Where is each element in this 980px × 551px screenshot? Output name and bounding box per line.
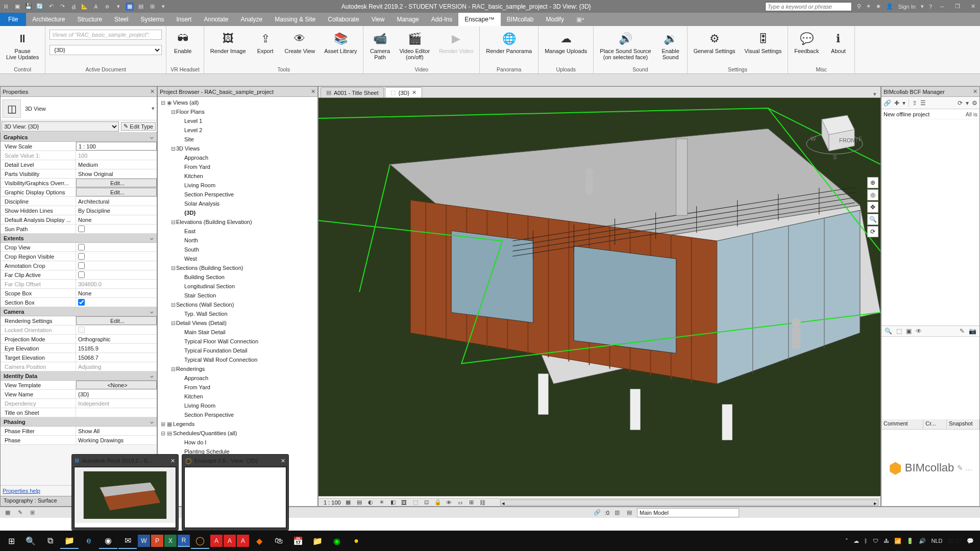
issues-list[interactable]	[881, 119, 979, 325]
dropdown2-icon[interactable]: ▾	[966, 99, 969, 107]
video-editor-button[interactable]: 🎬Video Editor (on/off)	[397, 30, 432, 61]
view-scale-value[interactable]: 1 : 100	[76, 142, 157, 151]
asset-library-button[interactable]: 📚Asset Library	[322, 30, 359, 55]
about-button[interactable]: ℹAbout	[826, 30, 850, 55]
crop-region-icon[interactable]: ⊡	[423, 499, 431, 506]
horizontal-scrollbar[interactable]: ◂▸	[500, 499, 878, 506]
design-options-icon[interactable]: ⊞	[28, 509, 37, 517]
volume-icon[interactable]: 🔊	[919, 538, 926, 544]
tray-chevron-icon[interactable]: ˄	[845, 538, 848, 544]
network-icon[interactable]: 🖧	[884, 538, 889, 544]
save-icon[interactable]: 💾	[24, 3, 33, 11]
undo-icon[interactable]: ↶	[47, 3, 55, 11]
tab-insert[interactable]: Insert	[170, 13, 198, 26]
notifications-icon[interactable]: 💬	[967, 538, 974, 544]
view-tab-3d[interactable]: ⬚{3D}✕	[385, 87, 422, 97]
tab-enscape[interactable]: Enscape™	[458, 13, 501, 26]
sync-icon[interactable]: 🔄	[36, 3, 44, 11]
tab-addins[interactable]: Add-Ins	[425, 13, 458, 26]
revit-taskbar-icon[interactable]: R	[178, 535, 190, 547]
section-graphics[interactable]: Graphics⌵	[1, 133, 157, 142]
edit-issue-icon[interactable]: ✎	[960, 328, 965, 335]
filter-icon[interactable]: ▥	[612, 509, 622, 517]
constraints-icon[interactable]: ⛓	[479, 499, 487, 506]
isolate-icon[interactable]: ▣	[906, 328, 912, 335]
battery-icon[interactable]: 🔋	[906, 538, 914, 544]
minimize-button[interactable]: ─	[937, 3, 947, 11]
visual-settings-button[interactable]: 🎛Visual Settings	[743, 30, 784, 55]
annocrop-check[interactable]	[78, 262, 85, 269]
rendering-edit-button[interactable]: Edit...	[76, 316, 157, 325]
tab-context-icon[interactable]: ▣•	[570, 13, 590, 26]
print-icon[interactable]: 🖨	[69, 3, 78, 11]
pause-live-button[interactable]: ⏸Pause Live Updates	[4, 30, 41, 61]
tab-options-icon[interactable]: ▾	[871, 91, 878, 97]
cropview-check[interactable]	[78, 244, 85, 251]
comments-list[interactable]	[881, 337, 979, 419]
tab-analyze[interactable]: Analyze	[235, 13, 269, 26]
sound-source-button[interactable]: 🔊Place Sound Source (on selected face)	[598, 30, 653, 61]
worksets-icon[interactable]: ▦	[3, 509, 12, 517]
wifi-icon[interactable]: 📶	[894, 538, 901, 544]
camera-icon[interactable]: 📷	[969, 328, 976, 335]
type-selector[interactable]: ◫ 3D View ▾	[1, 97, 157, 120]
edge-icon[interactable]: e	[80, 533, 98, 549]
tab-systems[interactable]: Systems	[134, 13, 170, 26]
tab-file[interactable]: File	[0, 13, 26, 26]
measure-icon[interactable]: 📐	[81, 3, 89, 11]
tab-steel[interactable]: Steel	[108, 13, 134, 26]
panorama-button[interactable]: 🌐Render Panorama	[484, 30, 534, 55]
app2-icon[interactable]: ◉	[328, 533, 346, 549]
lang-indicator[interactable]: NLD	[931, 538, 942, 544]
edit-type-button[interactable]: ✎Edit Type	[121, 122, 156, 131]
sunpath-check[interactable]	[78, 226, 85, 232]
close-icon[interactable]: ✕	[281, 458, 285, 464]
shadows-icon[interactable]: ◧	[389, 499, 397, 506]
instance-select[interactable]: 3D View: {3D}	[2, 121, 119, 132]
project-row[interactable]: New offline projectAll is	[881, 109, 979, 119]
onedrive-icon[interactable]: ☁	[853, 538, 859, 544]
tab-structure[interactable]: Structure	[71, 13, 108, 26]
excel-icon[interactable]: X	[164, 535, 177, 547]
enable-sound-button[interactable]: 🔉Enable Sound	[658, 30, 683, 61]
sunpath-icon[interactable]: ☀	[378, 499, 386, 506]
tag-icon[interactable]: ▾	[114, 3, 122, 11]
refresh-icon[interactable]: ⟳	[958, 99, 963, 107]
close-icon[interactable]: ✕	[150, 88, 155, 95]
editable-icon[interactable]: ✎	[15, 509, 24, 517]
word-icon[interactable]: W	[138, 535, 150, 547]
tab-manage[interactable]: Manage	[390, 13, 425, 26]
settings-icon[interactable]: ⚙	[972, 99, 977, 107]
doc-views-input[interactable]	[50, 30, 162, 40]
main-model-select[interactable]: Main Model	[637, 508, 739, 517]
render-dialog-icon[interactable]: 🖼	[400, 499, 408, 506]
lock-icon[interactable]: 🔒	[434, 499, 442, 506]
model-graphics-icon[interactable]: ▦	[344, 499, 352, 506]
search-input[interactable]	[765, 2, 852, 11]
uploads-button[interactable]: ☁Manage Uploads	[543, 30, 589, 55]
steering-icon[interactable]: ◎	[867, 189, 878, 201]
close-button[interactable]: ✕	[968, 3, 978, 11]
search-button[interactable]: 🔍	[21, 533, 40, 549]
text-icon[interactable]: A	[92, 3, 100, 11]
viewcube[interactable]: FRONT S W E	[801, 104, 868, 165]
start-button[interactable]: ⊞	[2, 533, 20, 549]
chrome-icon[interactable]: ◉	[99, 533, 117, 549]
fullnav-icon[interactable]: ⊕	[867, 177, 878, 188]
thumbnail-revit[interactable]: RAutodesk Revit 2019.2 - S...✕	[71, 454, 179, 531]
app-switch-icon[interactable]: ▾	[921, 3, 924, 10]
vr-enable-button[interactable]: 🕶Enable	[170, 30, 195, 55]
section-identity[interactable]: Identity Data⌵	[1, 371, 157, 381]
select-icon[interactable]: ⬚	[896, 328, 902, 335]
view-tab-titlesheet[interactable]: ▤A001 - Title Sheet	[321, 87, 384, 97]
visual-style-icon[interactable]: ◐	[366, 499, 375, 506]
feedback-button[interactable]: 💬Feedback	[792, 30, 821, 55]
dim-icon[interactable]: ⭘	[103, 3, 111, 11]
store-icon[interactable]: 🛍	[270, 533, 288, 549]
open-icon[interactable]: ▣	[13, 3, 21, 11]
export-button[interactable]: ⇪Export	[253, 30, 278, 55]
mail-icon[interactable]: ✉	[118, 533, 137, 549]
editable-only-icon[interactable]: ▤	[625, 509, 634, 517]
tab-massing[interactable]: Massing & Site	[268, 13, 322, 26]
list-icon[interactable]: ☰	[920, 99, 926, 107]
